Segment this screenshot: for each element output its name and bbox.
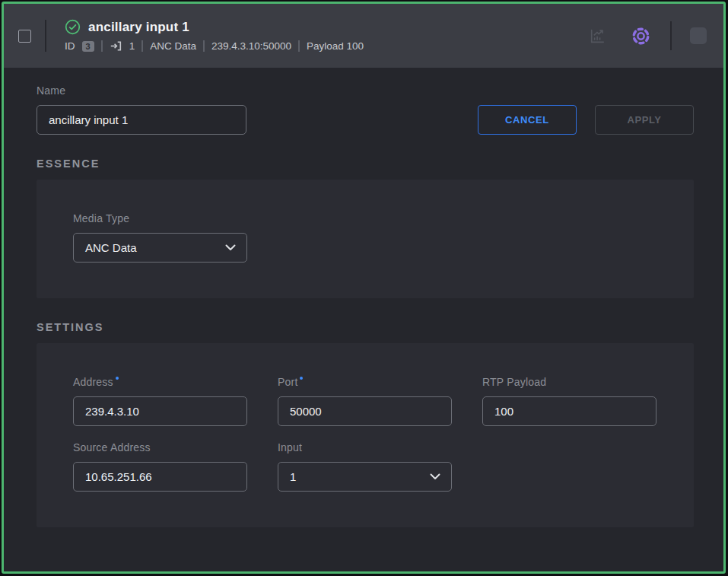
essence-panel: Media Type ANC Data — [37, 180, 694, 298]
port-field-group: Port — [278, 376, 452, 426]
port-label: Port — [278, 376, 452, 388]
gear-icon — [630, 25, 652, 47]
media-type-field-group: Media Type ANC Data — [73, 212, 657, 263]
source-address-input[interactable] — [73, 462, 247, 492]
rtp-payload-input[interactable] — [482, 396, 656, 426]
meta-endpoint: 239.4.3.10:50000 — [211, 40, 291, 52]
cancel-button[interactable]: CANCEL — [478, 105, 577, 135]
config-body: Name CANCEL APPLY ESSENCE Media Type ANC… — [4, 68, 723, 571]
essence-heading: ESSENCE — [37, 158, 694, 170]
id-badge: 3 — [82, 41, 94, 52]
name-field-group: Name — [37, 84, 246, 135]
meta-separator — [298, 40, 300, 52]
rtp-payload-label: RTP Payload — [482, 376, 656, 388]
meta-separator — [101, 40, 103, 52]
media-type-label: Media Type — [73, 212, 657, 224]
apply-button[interactable]: APPLY — [595, 105, 694, 135]
port-input[interactable] — [278, 396, 452, 426]
meta-separator — [203, 40, 205, 52]
source-address-label: Source Address — [73, 441, 247, 453]
input-label: Input — [278, 441, 452, 453]
check-circle-icon — [65, 19, 81, 35]
required-dot — [300, 377, 303, 380]
media-type-select[interactable]: ANC Data — [73, 233, 247, 263]
thumbnail-placeholder-button[interactable] — [690, 27, 707, 44]
chevron-down-icon — [225, 244, 236, 251]
meta-payload: Payload 100 — [307, 40, 364, 52]
name-row: Name CANCEL APPLY — [37, 84, 694, 135]
actions-divider — [670, 21, 672, 50]
chart-icon — [588, 27, 607, 46]
settings-panel: Address Port RTP Payload Source Address — [37, 343, 694, 527]
form-actions: CANCEL APPLY — [478, 105, 694, 135]
name-label: Name — [37, 84, 246, 97]
select-checkbox[interactable] — [18, 30, 31, 43]
id-label: ID — [65, 40, 75, 52]
header: ancillary input 1 ID 3 1 A — [4, 4, 723, 68]
name-input[interactable] — [37, 105, 246, 135]
meta-row: ID 3 1 ANC Data 239.4.3.10:50000 — [65, 40, 364, 53]
input-select-value: 1 — [290, 470, 296, 483]
settings-heading: SETTINGS — [37, 321, 694, 333]
media-type-value: ANC Data — [85, 241, 137, 254]
meta-separator — [141, 40, 143, 52]
input-select[interactable]: 1 — [278, 462, 452, 492]
settings-button[interactable] — [630, 25, 652, 47]
input-config-window: ancillary input 1 ID 3 1 A — [2, 2, 726, 574]
meta-media-type: ANC Data — [150, 40, 196, 52]
input-arrow-icon — [110, 40, 122, 53]
header-divider — [45, 20, 46, 52]
stats-button[interactable] — [588, 27, 607, 46]
rtp-payload-field-group: RTP Payload — [482, 376, 656, 426]
grid-empty-cell — [482, 441, 656, 492]
address-label: Address — [73, 376, 247, 388]
input-number: 1 — [129, 40, 135, 52]
required-dot — [116, 377, 119, 380]
settings-grid: Address Port RTP Payload Source Address — [73, 376, 657, 492]
address-field-group: Address — [73, 376, 247, 426]
chevron-down-icon — [430, 473, 440, 480]
address-input[interactable] — [73, 396, 247, 426]
page-title: ancillary input 1 — [88, 20, 189, 35]
source-address-field-group: Source Address — [73, 441, 247, 492]
screenshot-stage: ancillary input 1 ID 3 1 A — [0, 0, 728, 576]
header-info: ancillary input 1 ID 3 1 A — [65, 19, 364, 53]
input-field-group: Input 1 — [278, 441, 452, 492]
header-actions — [588, 21, 707, 50]
